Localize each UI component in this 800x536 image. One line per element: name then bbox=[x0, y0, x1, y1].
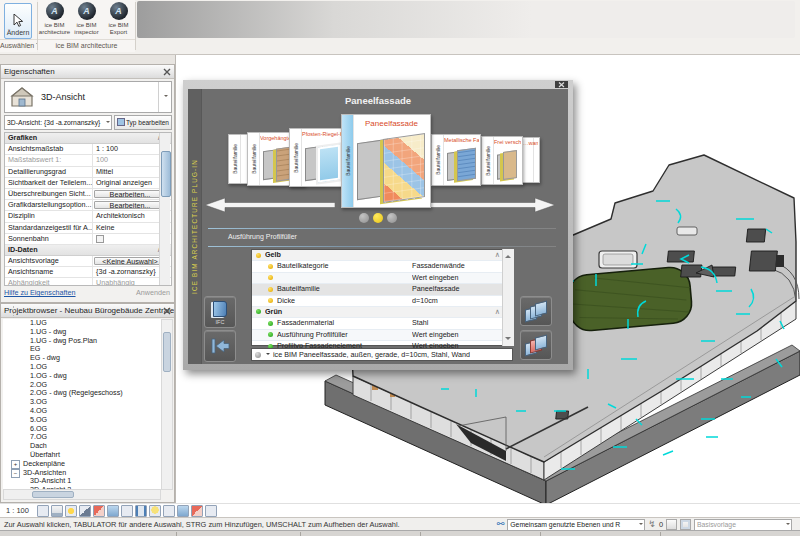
tree-item[interactable]: 6.OG bbox=[3, 425, 163, 434]
property-row[interactable]: Ansichtsvorlage <Keine Auswahl> bbox=[5, 256, 171, 267]
temporary-view-properties-icon[interactable] bbox=[163, 505, 175, 517]
tree-item[interactable]: EG bbox=[3, 345, 163, 354]
property-row[interactable]: Abhängigkeit Unabhängig bbox=[5, 278, 171, 286]
carousel-dot[interactable] bbox=[359, 213, 369, 223]
property-row[interactable]: Standardanzeigestil für A... Keine bbox=[5, 223, 171, 234]
panel-stack-highlight-button[interactable] bbox=[520, 330, 552, 360]
tree-item[interactable]: Dach bbox=[3, 442, 163, 451]
properties-scrollbar[interactable] bbox=[159, 133, 170, 285]
tree-item[interactable]: 3.OG bbox=[3, 398, 163, 407]
facade-family-card[interactable]: Bauteilfamilie Pfosten-Riegel-Konst… bbox=[289, 128, 348, 187]
property-row[interactable]: Sichtbarkeit der Teilelem... Original an… bbox=[5, 178, 171, 189]
parameter-row[interactable]: Wert eingeben bbox=[252, 273, 512, 284]
facade-family-card[interactable]: Bauteilfamilie Metallische Fassaden… bbox=[431, 134, 481, 186]
properties-header[interactable]: Eigenschaften bbox=[1, 65, 174, 79]
tree-item[interactable]: 1.UG - dwg Pos.Plan bbox=[3, 337, 163, 346]
tree-item[interactable]: 7.OG bbox=[3, 433, 163, 442]
reveal-constraints-icon[interactable] bbox=[191, 505, 203, 517]
project-browser-header[interactable]: Projektbrowser - Neubau Bürogebäude Zent… bbox=[1, 304, 174, 318]
plugin-button[interactable]: A ice BIM Export bbox=[104, 1, 134, 41]
carousel-right-arrow[interactable] bbox=[425, 198, 555, 212]
tree-item[interactable]: 2.OG - dwg (Regelgeschoss) bbox=[3, 389, 163, 398]
rendering-icon[interactable] bbox=[93, 505, 105, 517]
temporary-hide-isolate-icon[interactable] bbox=[135, 505, 147, 517]
parameter-value[interactable]: ∧ bbox=[400, 307, 500, 317]
properties-help-link[interactable]: Hilfe zu Eigenschaften bbox=[4, 288, 76, 297]
parameter-value[interactable]: ∧ bbox=[400, 250, 500, 260]
sun-path-icon[interactable] bbox=[65, 505, 77, 517]
parameter-row[interactable]: Fassadenmaterial Stahl bbox=[252, 318, 512, 329]
modify-button[interactable]: Ändern bbox=[4, 3, 32, 39]
back-button[interactable] bbox=[204, 330, 236, 362]
parameter-value[interactable]: Stahl bbox=[412, 318, 500, 328]
facade-family-card[interactable]: Bauteilfamilie Paneelfassade bbox=[341, 114, 431, 208]
property-value[interactable]: <Keine Auswahl> bbox=[94, 257, 163, 265]
property-row[interactable]: Grafiken ∧ bbox=[5, 133, 171, 144]
view-instance-combo[interactable]: 3D-Ansicht: {3d -a.zornanszky} bbox=[4, 115, 112, 130]
parameter-row[interactable]: Bauteilfamilie Paneelfassade bbox=[252, 284, 512, 295]
property-row[interactable]: ID-Daten ∧ bbox=[5, 245, 171, 256]
property-value[interactable]: Bearbeiten... bbox=[94, 201, 163, 209]
displace-elements-icon[interactable] bbox=[177, 505, 189, 517]
property-row[interactable]: Disziplin Architektonisch bbox=[5, 211, 171, 222]
detail-level-icon[interactable] bbox=[37, 505, 49, 517]
property-row[interactable]: Detaillierungsgrad Mittel bbox=[5, 167, 171, 178]
plugin-button[interactable]: A ice BIM architecture bbox=[40, 1, 70, 41]
parameter-value[interactable]: Wert eingeben bbox=[412, 330, 500, 340]
carousel-dot-active[interactable] bbox=[373, 213, 383, 223]
parameter-row[interactable]: Gelb ∧ bbox=[252, 250, 512, 261]
panel-stack-button[interactable] bbox=[520, 296, 552, 326]
design-option-combo[interactable]: Basisvorlage bbox=[694, 519, 792, 531]
editable-only-toggle[interactable] bbox=[666, 519, 677, 530]
facade-family-card[interactable]: Bauteilfamilie bbox=[228, 134, 249, 184]
property-row[interactable]: Überschreibungen Sicht... Bearbeiten... bbox=[5, 189, 171, 200]
tree-item[interactable]: 5.OG bbox=[3, 416, 163, 425]
tree-item[interactable]: 3D-Ansicht 1 bbox=[3, 477, 163, 486]
tree-item[interactable]: 1.UG bbox=[3, 319, 163, 328]
close-icon[interactable] bbox=[162, 67, 172, 76]
crop-view-icon[interactable] bbox=[107, 505, 119, 517]
carousel-dot[interactable] bbox=[387, 213, 397, 223]
close-icon[interactable] bbox=[555, 81, 568, 88]
tree-expand-icon[interactable]: + bbox=[11, 460, 20, 469]
chevron-down-icon[interactable] bbox=[158, 82, 171, 112]
parameter-value[interactable]: Fassadenwände bbox=[412, 261, 500, 271]
select-group-label[interactable]: Auswählen bbox=[0, 39, 37, 51]
plugin-button[interactable]: A ice BIM inspector bbox=[72, 1, 102, 41]
tree-item[interactable]: 1.OG bbox=[3, 363, 163, 372]
facade-family-card[interactable]: …wand bbox=[521, 137, 540, 183]
apply-button[interactable]: Anwenden bbox=[136, 286, 170, 299]
tree-item[interactable]: 4.OG bbox=[3, 407, 163, 416]
type-selector[interactable]: 3D-Ansicht bbox=[4, 81, 172, 113]
family-summary-bar[interactable]: ice BIM Paneelfassade, außen, gerade, d=… bbox=[251, 348, 513, 361]
property-row[interactable]: Maßstabswert 1: 100 bbox=[5, 155, 171, 166]
parameter-row[interactable]: Ausführung Profilfüller Wert eingeben bbox=[252, 330, 512, 341]
view-scale-label[interactable]: 1 : 100 bbox=[6, 506, 29, 515]
parameter-value[interactable]: d=10cm bbox=[412, 296, 500, 306]
parameter-row[interactable]: Dicke d=10cm bbox=[252, 296, 512, 307]
show-crop-region-icon[interactable] bbox=[121, 505, 133, 517]
property-value[interactable]: Bearbeiten... bbox=[94, 190, 163, 198]
parameter-row[interactable]: Grün ∧ bbox=[252, 307, 512, 318]
worksets-combo[interactable]: Gemeinsam genutzte Ebenen und R bbox=[507, 519, 645, 531]
parameter-value[interactable]: Paneelfassade bbox=[412, 284, 500, 294]
ifc-export-button[interactable]: IFC bbox=[204, 296, 236, 328]
visual-style-icon[interactable] bbox=[51, 505, 63, 517]
tree-expand-icon[interactable]: − bbox=[11, 469, 20, 478]
property-row[interactable]: Sonnenbahn bbox=[5, 234, 171, 245]
property-row[interactable]: Ansichtsmaßstab 1 : 100 bbox=[5, 144, 171, 155]
tree-item[interactable]: EG - dwg bbox=[3, 354, 163, 363]
close-icon[interactable] bbox=[162, 306, 172, 315]
shadows-icon[interactable] bbox=[79, 505, 91, 517]
tree-item[interactable]: −3D-Ansichten bbox=[3, 469, 163, 478]
view-lock-icon[interactable] bbox=[205, 505, 217, 517]
facade-family-card[interactable]: Bauteilfamilie Frei versch. Fass… bbox=[481, 136, 523, 185]
tree-item[interactable]: 1.OG - dwg bbox=[3, 372, 163, 381]
property-row[interactable]: Ansichtsname {3d -a.zornanszky} bbox=[5, 267, 171, 278]
table-scrollbar[interactable] bbox=[502, 249, 514, 346]
edit-type-button[interactable]: Typ bearbeiten bbox=[114, 115, 172, 130]
tree-vertical-scrollbar[interactable] bbox=[161, 319, 173, 490]
tree-horizontal-scrollbar[interactable] bbox=[3, 489, 161, 500]
reveal-hidden-elements-icon[interactable] bbox=[149, 505, 161, 517]
parameter-row[interactable]: Bauteilkategorie Fassadenwände bbox=[252, 261, 512, 272]
